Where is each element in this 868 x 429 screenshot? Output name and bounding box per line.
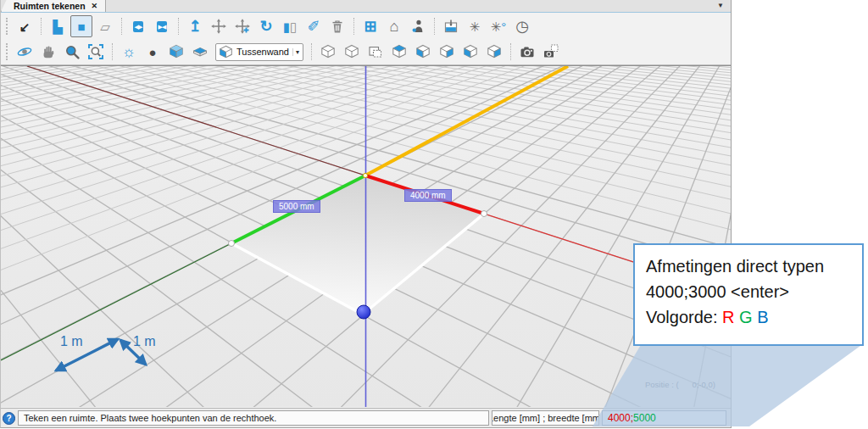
draw-slanted-wall-icon: ▱ [100,20,110,33]
toolbar-separator [434,18,435,35]
eraser-button[interactable]: ✐ [303,15,325,37]
snap-3d-settings-button[interactable]: ✳° [487,15,509,37]
callout-line-3-prefix: Volgorde: [646,308,722,326]
tab-bar: Ruimten tekenen ✕ ▼ [1,0,731,13]
clock-button[interactable]: ◷ [511,15,533,37]
tab-label: Ruimten tekenen [14,1,86,11]
tab-ruimten-tekenen[interactable]: Ruimten tekenen ✕ [1,0,106,12]
screen: Ruimten tekenen ✕ ▼ ↙▙■▱◀▶▶◀↥↻▮▯✐⊞⌂✳✳°◷☼… [0,0,868,429]
view-wireframe-icon [320,44,336,59]
snap-3d-icon: ✳ [470,20,481,33]
status-bar: ? Teken een ruimte. Plaats twee hoekpunt… [1,408,731,427]
flip-horizontal-button[interactable]: ◀▶ [127,15,149,37]
flat-view-icon [192,44,208,59]
toolbar-row-2: ☼●Tussenwand▾ [3,39,731,64]
rgb-letter: G [739,308,753,326]
rotate-button[interactable]: ↻ [255,15,277,37]
chevron-down-icon[interactable]: ▾ [292,48,299,56]
zoom-window-button[interactable] [85,41,107,63]
view-top-right-button[interactable] [436,41,458,63]
light-on-button[interactable]: ☼ [118,41,140,63]
view-front-button[interactable] [412,41,434,63]
move-precise-button[interactable] [231,15,253,37]
component-select[interactable]: Tussenwand▾ [215,43,303,61]
snap-3d-settings-icon: ✳ [491,20,502,33]
light-off-button[interactable]: ● [142,41,164,63]
clock-icon: ◷ [515,19,529,34]
viewport-canvas[interactable]: 5000 mm 4000 mm 1 m 1 m Positie : ( 0;-0… [1,65,731,407]
select-icon: ↙ [19,20,31,33]
view-right-button[interactable] [483,41,505,63]
shaded-view-button[interactable] [165,41,187,63]
annotation-callout: Afmetingen direct typen 4000;3000 <enter… [633,243,864,346]
zoom-button[interactable] [61,41,83,63]
walk-through-person-button[interactable] [407,15,429,37]
flip-horizontal-icon: ◀▶ [133,21,144,32]
view-top-button[interactable] [388,41,410,63]
window-grid-icon: ⊞ [364,19,376,34]
dimension-format-hint: Lengte [mm] ; breedte [mm] [492,410,599,426]
toolbar-grip[interactable] [6,18,10,35]
toolbar-separator [121,18,122,35]
snapshot-camera-add-button[interactable] [540,41,562,63]
orbit-icon [17,44,32,59]
move-button[interactable] [208,15,230,37]
toolbar-separator [41,18,42,35]
light-off-icon: ● [148,46,156,58]
canopy-button[interactable]: ⌂ [383,15,405,37]
view-wireframe-alt-button[interactable] [341,41,363,63]
view-top-icon [392,44,407,59]
dimension-input-value: 4000 [608,412,631,424]
snapshot-camera-button[interactable] [516,41,538,63]
position-readout: Positie : ( 0;-0,0) [645,380,715,389]
view-front-left-button[interactable] [459,41,481,63]
snapshot-camera-add-icon [543,44,559,59]
water-level-button[interactable] [440,15,462,37]
draw-room-polygon-button[interactable]: ▙ [47,15,69,37]
pan-hand-button[interactable] [37,41,59,63]
raise-storey-button[interactable]: ↥ [184,15,206,37]
water-level-icon [443,19,459,34]
split-wall-icon: ▮ [283,20,290,33]
tab-close-icon[interactable]: ✕ [92,2,98,10]
split-wall-button[interactable]: ▮▯ [279,15,301,37]
rgb-letter: B [757,308,768,326]
dimension-input-value: 5000 [633,412,656,424]
rgb-letter: R [722,308,734,326]
flat-view-button[interactable] [189,41,211,63]
mirror-horizontal-button[interactable]: ▶◀ [151,15,173,37]
app-window: Ruimten tekenen ✕ ▼ ↙▙■▱◀▶▶◀↥↻▮▯✐⊞⌂✳✳°◷☼… [0,0,732,428]
status-message: Teken een ruimte. Plaats twee hoekpunten… [18,410,489,426]
grid-scale-label-right: 1 m [133,334,156,349]
view-wireframe-button[interactable] [317,41,339,63]
raise-storey-icon: ↥ [188,19,201,34]
zoom-icon [64,44,80,59]
toolbar: ↙▙■▱◀▶▶◀↥↻▮▯✐⊞⌂✳✳°◷☼●Tussenwand▾ [1,13,731,65]
view-right-icon [487,44,502,59]
snap-3d-button[interactable]: ✳ [464,15,486,37]
view-front-icon [415,44,431,59]
draw-slanted-wall-button[interactable]: ▱ [94,15,116,37]
window-grid-button[interactable]: ⊞ [359,15,381,37]
select-button[interactable]: ↙ [14,15,36,37]
pan-hand-icon [41,44,56,59]
rotate-icon: ↻ [259,19,272,34]
orbit-button[interactable] [14,41,36,63]
view-top-right-icon [439,44,454,59]
delete-button[interactable] [326,15,348,37]
toolbar-separator [178,18,179,35]
view-floorplan-button[interactable] [364,41,387,63]
toolbar-grip[interactable] [6,43,10,60]
toolbar-row-1: ↙▙■▱◀▶▶◀↥↻▮▯✐⊞⌂✳✳°◷ [3,14,731,39]
dimension-input[interactable]: 4000;5000 [602,410,726,426]
view-front-left-icon [463,44,478,59]
draw-room-rectangle-button[interactable]: ■ [70,15,92,37]
grid-scale-label-left: 1 m [60,334,83,349]
toolbar-separator [510,43,511,60]
walk-through-person-icon [410,19,426,34]
callout-line-3: Volgorde: R G B [646,304,851,330]
tab-overflow-caret-icon[interactable]: ▼ [717,2,724,9]
snap-3d-settings-icon: ° [501,20,506,33]
component-cube-icon [219,45,233,59]
delete-icon [330,19,345,34]
